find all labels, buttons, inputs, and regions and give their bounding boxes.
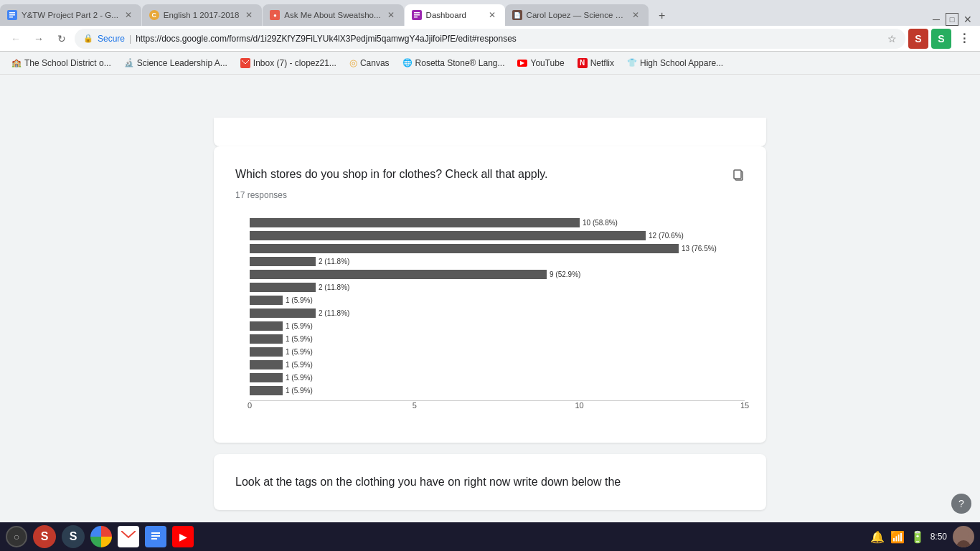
bookmarks-bar: 🏫 The School District o... 🔬 Science Lea… [0, 52, 980, 75]
back-button[interactable]: ← [6, 29, 26, 49]
bookmark-apparel[interactable]: 👕 High School Appare... [621, 55, 729, 71]
bookmark-canvas-icon: ◎ [349, 57, 357, 68]
tab-4[interactable]: Dashboard ✕ [405, 4, 505, 26]
bar-fill-9 [250, 334, 283, 344]
address-bar: ← → ↻ 🔒 Secure | https://docs.google.com… [0, 26, 980, 52]
taskbar-chrome-icon[interactable] [90, 526, 112, 547]
help-button[interactable]: ? [951, 494, 971, 514]
taskbar-battery-icon[interactable]: 🔋 [910, 530, 925, 544]
forward-button[interactable]: → [29, 29, 49, 49]
minimize-button[interactable]: ─ [930, 13, 943, 26]
taskbar-network-icon[interactable]: 📶 [890, 530, 905, 544]
bar-fill-12 [250, 373, 283, 382]
s-extension-icon-green[interactable]: S [931, 29, 951, 49]
bar-row-1: 12 (70.6%) [250, 230, 745, 241]
tab-1[interactable]: Y&TW Project Part 2 - G... ✕ [0, 4, 141, 26]
svg-rect-3 [9, 17, 13, 18]
svg-rect-5 [414, 12, 420, 14]
lock-icon: 🔒 [83, 34, 93, 43]
svg-rect-6 [414, 14, 420, 16]
bar-fill-3 [250, 257, 316, 266]
next-question-card: Look at the tags on the clothing you hav… [214, 454, 766, 510]
bar-row-11: 1 (5.9%) [250, 359, 745, 370]
bookmark-apparel-icon: 👕 [627, 58, 637, 67]
bar-label-6: 1 (5.9%) [286, 296, 313, 304]
bookmark-science-icon: 🔬 [124, 58, 134, 67]
restore-button[interactable]: □ [946, 13, 958, 26]
chart-bars-container: 10 (58.8%)12 (70.6%)13 (76.5%)2 (11.8%)9… [250, 217, 745, 396]
bar-row-5: 2 (11.8%) [250, 282, 745, 293]
tab-bar: Y&TW Project Part 2 - G... ✕ C English 1… [0, 0, 980, 26]
browser-actions: S S ⋮ [908, 29, 974, 49]
bar-fill-13 [250, 386, 283, 395]
tab-3-icon: ● [270, 10, 280, 20]
tab-4-close[interactable]: ✕ [486, 9, 498, 21]
bookmark-rosetta-label: Rosetta Stone® Lang... [415, 58, 505, 68]
tab-2-close[interactable]: ✕ [243, 9, 255, 21]
s-extension-icon-red[interactable]: S [908, 29, 928, 49]
bar-row-7: 2 (11.8%) [250, 308, 745, 319]
taskbar-avatar[interactable] [953, 526, 974, 547]
taskbar-circle-button[interactable]: ○ [6, 526, 27, 547]
bar-row-6: 1 (5.9%) [250, 295, 745, 306]
close-button[interactable]: ✕ [961, 13, 974, 26]
axis-label-5: 5 [413, 401, 417, 410]
question-header: Which stores do you shop in for clothes?… [235, 168, 745, 184]
bar-fill-5 [250, 283, 316, 292]
reload-button[interactable]: ↻ [52, 29, 72, 49]
bookmark-science[interactable]: 🔬 Science Leadership A... [118, 55, 233, 71]
bookmark-inbox-label: Inbox (7) - clopez21... [253, 58, 336, 68]
taskbar-notification-icon[interactable]: 🔔 [870, 530, 885, 544]
bar-label-13: 1 (5.9%) [286, 387, 313, 395]
svg-point-17 [958, 529, 969, 540]
new-tab-button[interactable]: + [652, 6, 672, 26]
tab-1-label: Y&TW Project Part 2 - G... [22, 11, 118, 19]
tab-2[interactable]: C English 1 2017-2018 ✕ [142, 4, 263, 26]
taskbar-gmail-icon[interactable] [118, 526, 139, 547]
response-count: 17 responses [235, 190, 745, 200]
bar-row-9: 1 (5.9%) [250, 334, 745, 344]
bookmark-star-icon[interactable]: ☆ [887, 33, 897, 44]
bar-fill-8 [250, 321, 283, 331]
bookmark-canvas[interactable]: ◎ Canvas [344, 55, 395, 71]
bar-fill-0 [250, 218, 580, 227]
tab-5-close[interactable]: ✕ [630, 9, 641, 21]
bookmark-rosetta[interactable]: 🌐 Rosetta Stone® Lang... [397, 55, 511, 71]
tab-1-close[interactable]: ✕ [123, 9, 134, 21]
chart-axis: 0 5 10 15 [250, 400, 745, 414]
bar-label-1: 12 (70.6%) [649, 232, 684, 240]
browser-chrome: Y&TW Project Part 2 - G... ✕ C English 1… [0, 0, 980, 75]
bar-label-2: 13 (76.5%) [682, 245, 717, 253]
taskbar-youtube-icon[interactable]: ▶ [172, 526, 194, 547]
copy-icon[interactable] [732, 168, 745, 184]
tab-5[interactable]: 📄 Carol Lopez — Science L... ✕ [505, 4, 649, 26]
bookmark-youtube-label: YouTube [530, 58, 564, 68]
url-separator: | [129, 34, 131, 44]
bar-row-8: 1 (5.9%) [250, 321, 745, 331]
more-menu-button[interactable]: ⋮ [954, 29, 974, 49]
tab-3-close[interactable]: ✕ [385, 9, 397, 21]
bookmark-youtube[interactable]: ▶ YouTube [512, 55, 570, 71]
taskbar-s-red[interactable]: S [33, 525, 56, 548]
tab-3[interactable]: ● Ask Me About Sweatsho... ✕ [263, 4, 403, 26]
bookmark-netflix[interactable]: N Netflix [572, 55, 620, 71]
svg-rect-13 [151, 532, 160, 534]
bar-label-3: 2 (11.8%) [319, 258, 349, 265]
bookmark-netflix-icon: N [578, 58, 588, 68]
bookmark-canvas-label: Canvas [360, 58, 390, 68]
taskbar-time: 8:50 [930, 532, 947, 542]
axis-label-0: 0 [248, 401, 252, 410]
top-spacer [214, 75, 766, 146]
tab-4-icon [412, 10, 422, 20]
taskbar-docs-icon[interactable] [145, 526, 166, 547]
taskbar: ○ S S ▶ 🔔 📶 🔋 8:50 [0, 522, 980, 551]
bookmark-school[interactable]: 🏫 The School District o... [6, 55, 117, 71]
bar-row-4: 9 (52.9%) [250, 269, 745, 280]
url-text: https://docs.google.com/forms/d/1i29ZKfY… [136, 34, 880, 44]
url-bar[interactable]: 🔒 Secure | https://docs.google.com/forms… [75, 29, 905, 49]
bar-chart: 10 (58.8%)12 (70.6%)13 (76.5%)2 (11.8%)9… [235, 217, 745, 414]
bookmark-inbox[interactable]: Inbox (7) - clopez21... [235, 55, 342, 71]
taskbar-s-dark[interactable]: S [62, 525, 85, 548]
question-text: Which stores do you shop in for clothes?… [235, 168, 732, 181]
bar-label-11: 1 (5.9%) [286, 361, 313, 369]
